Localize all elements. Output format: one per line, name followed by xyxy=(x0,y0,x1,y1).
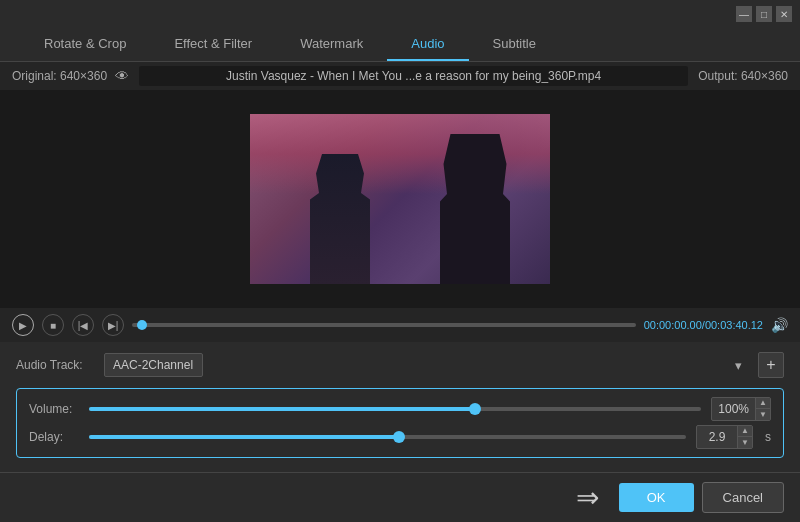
volume-spinner: ▲ ▼ xyxy=(755,397,770,421)
video-frame xyxy=(0,90,800,308)
play-button[interactable]: ▶ xyxy=(12,314,34,336)
maximize-button[interactable]: □ xyxy=(756,6,772,22)
delay-unit: s xyxy=(765,430,771,444)
stop-button[interactable]: ■ xyxy=(42,314,64,336)
original-resolution: Original: 640×360 xyxy=(12,69,107,83)
delay-slider-thumb[interactable] xyxy=(393,431,405,443)
video-filename: Justin Vasquez - When I Met You ...e a r… xyxy=(139,66,688,86)
figure-right xyxy=(440,134,510,284)
prev-frame-button[interactable]: |◀ xyxy=(72,314,94,336)
tab-watermark[interactable]: Watermark xyxy=(276,28,387,61)
delay-value-box: 2.9 ▲ ▼ xyxy=(696,425,753,449)
delay-label: Delay: xyxy=(29,430,79,444)
video-info-bar: Original: 640×360 👁 Justin Vasquez - Whe… xyxy=(0,62,800,90)
audio-track-select-wrapper: AAC-2Channel xyxy=(104,353,750,377)
arrow-hint-icon: ⇒ xyxy=(576,481,599,514)
volume-up-button[interactable]: ▲ xyxy=(756,397,770,409)
time-display: 00:00:00.00/00:03:40.12 xyxy=(644,319,763,331)
delay-slider-track[interactable] xyxy=(89,435,686,439)
figure-left xyxy=(310,154,370,284)
volume-row: Volume: 100% ▲ ▼ xyxy=(29,397,771,421)
tab-bar: Rotate & Crop Effect & Filter Watermark … xyxy=(0,28,800,62)
cancel-button[interactable]: Cancel xyxy=(702,482,784,513)
video-thumbnail xyxy=(250,114,550,284)
sky-glow xyxy=(250,114,550,194)
title-bar: — □ ✕ xyxy=(0,0,800,28)
progress-thumb[interactable] xyxy=(137,320,147,330)
delay-slider-fill xyxy=(89,435,399,439)
progress-track[interactable] xyxy=(132,323,636,327)
tab-effect-filter[interactable]: Effect & Filter xyxy=(150,28,276,61)
add-audio-track-button[interactable]: + xyxy=(758,352,784,378)
tab-rotate-crop[interactable]: Rotate & Crop xyxy=(20,28,150,61)
total-time: 00:03:40.12 xyxy=(705,319,763,331)
volume-label: Volume: xyxy=(29,402,79,416)
audio-track-row: Audio Track: AAC-2Channel + xyxy=(16,352,784,378)
volume-down-button[interactable]: ▼ xyxy=(756,409,770,421)
delay-up-button[interactable]: ▲ xyxy=(738,425,752,437)
delay-row: Delay: 2.9 ▲ ▼ s xyxy=(29,425,771,449)
bottom-bar: ⇒ OK Cancel xyxy=(0,472,800,522)
volume-value: 100% xyxy=(712,402,755,416)
current-time: 00:00:00.00 xyxy=(644,319,702,331)
next-frame-button[interactable]: ▶| xyxy=(102,314,124,336)
audio-track-label: Audio Track: xyxy=(16,358,96,372)
tab-audio[interactable]: Audio xyxy=(387,28,468,61)
minimize-button[interactable]: — xyxy=(736,6,752,22)
volume-slider-track[interactable] xyxy=(89,407,701,411)
audio-track-select[interactable]: AAC-2Channel xyxy=(104,353,203,377)
close-button[interactable]: ✕ xyxy=(776,6,792,22)
video-area: Original: 640×360 👁 Justin Vasquez - Whe… xyxy=(0,62,800,342)
volume-icon[interactable]: 🔊 xyxy=(771,317,788,333)
delay-value: 2.9 xyxy=(697,430,737,444)
tab-subtitle[interactable]: Subtitle xyxy=(469,28,560,61)
playback-bar: ▶ ■ |◀ ▶| 00:00:00.00/00:03:40.12 🔊 xyxy=(0,308,800,342)
delay-down-button[interactable]: ▼ xyxy=(738,437,752,449)
slider-section: Volume: 100% ▲ ▼ Delay: 2.9 xyxy=(16,388,784,458)
volume-slider-fill xyxy=(89,407,475,411)
ok-button[interactable]: OK xyxy=(619,483,694,512)
eye-icon[interactable]: 👁 xyxy=(115,68,129,84)
volume-slider-thumb[interactable] xyxy=(469,403,481,415)
output-resolution: Output: 640×360 xyxy=(698,69,788,83)
volume-value-box: 100% ▲ ▼ xyxy=(711,397,771,421)
delay-spinner: ▲ ▼ xyxy=(737,425,752,449)
